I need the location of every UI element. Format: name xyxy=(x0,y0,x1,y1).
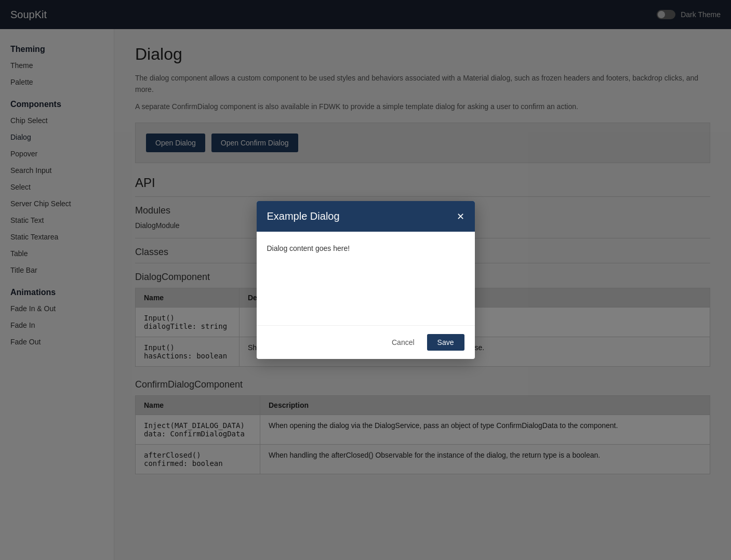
modal-overlay[interactable]: Example Dialog ✕ Dialog content goes her… xyxy=(0,0,731,560)
dialog-cancel-button[interactable]: Cancel xyxy=(386,334,421,351)
dialog-title: Example Dialog xyxy=(267,210,340,222)
dialog-close-button[interactable]: ✕ xyxy=(457,212,464,221)
dialog-body-text: Dialog content goes here! xyxy=(267,244,350,252)
dialog-header: Example Dialog ✕ xyxy=(257,201,475,232)
dialog-footer: Cancel Save xyxy=(257,325,475,359)
dialog-body: Dialog content goes here! xyxy=(257,232,475,325)
dialog-modal: Example Dialog ✕ Dialog content goes her… xyxy=(257,201,475,359)
dialog-save-button[interactable]: Save xyxy=(427,334,464,351)
